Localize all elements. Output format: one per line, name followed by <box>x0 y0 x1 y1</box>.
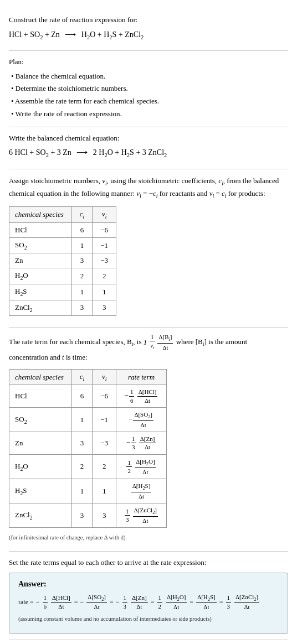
answer-label: Answer: <box>18 580 279 589</box>
rate-equation: rate = − 16 Δ[HCl]Δt = − Δ[SO2]Δt = − 13… <box>18 593 279 611</box>
unbalanced-equation: HCl + SO2 + Zn ⟶ H2O + H2S + ZnCl2 <box>9 29 288 42</box>
stoich-section: Assign stoichiometric numbers, νi, using… <box>9 169 288 328</box>
rt-col-ci: ci <box>71 369 93 385</box>
table-row: ZnCl2 3 3 13 Δ[ZnCl2]Δt <box>9 503 167 528</box>
answer-note: (assuming constant volume and no accumul… <box>18 615 279 624</box>
stoich-col-species: chemical species <box>9 207 72 223</box>
plan-item-3: • Assemble the rate term for each chemic… <box>11 96 288 107</box>
plan-item-4: • Write the rate of reaction expression. <box>11 108 288 120</box>
table-row: H2S 1 1 Δ[H2S]Δt <box>9 479 167 503</box>
stoich-intro: Assign stoichiometric numbers, νi, using… <box>9 175 288 201</box>
header-title: Construct the rate of reaction expressio… <box>9 14 288 25</box>
table-row: Zn 3 −3 −13 Δ[Zn]Δt <box>9 432 167 455</box>
species-hcl: HCl <box>9 222 72 237</box>
set-equal-intro: Set the rate terms equal to each other t… <box>9 557 288 568</box>
table-row: SO2 1 −1 −Δ[SO2]Δt <box>9 407 167 432</box>
table-row: HCl 6 −6 −16 Δ[HCl]Δt <box>9 385 167 408</box>
stoich-col-vi: νi <box>93 207 116 223</box>
plan-item-1: • Balance the chemical equation. <box>11 71 288 82</box>
infinitesimal-note: (for infinitesimal rate of change, repla… <box>9 533 288 542</box>
answer-box: Answer: rate = − 16 Δ[HCl]Δt = − Δ[SO2]Δ… <box>9 573 288 634</box>
plan-section: Plan: • Balance the chemical equation. •… <box>9 51 288 127</box>
species-h2o: H2O <box>9 268 72 284</box>
table-row: SO2 1 −1 <box>9 237 116 253</box>
rt-col-species: chemical species <box>9 369 72 385</box>
rate-expression-section: Set the rate terms equal to each other t… <box>9 552 288 640</box>
table-row: H2S 1 1 <box>9 284 116 300</box>
table-row: HCl 6 −6 <box>9 222 116 237</box>
rate-term-table: chemical species ci νi rate term HCl 6 −… <box>9 369 167 528</box>
balanced-section: Write the balanced chemical equation: 6 … <box>9 127 288 169</box>
rate-term-intro: The rate term for each chemical species,… <box>9 333 288 363</box>
balanced-equation: 6 HCl + SO2 + 3 Zn ⟶ 2 H2O + H2S + 3 ZnC… <box>9 147 288 160</box>
plan-label: Plan: <box>9 56 288 67</box>
stoich-table: chemical species ci νi HCl 6 −6 SO2 1 −1… <box>9 206 116 316</box>
stoich-col-ci: ci <box>71 207 93 223</box>
species-h2s: H2S <box>9 284 72 300</box>
header-section: Construct the rate of reaction expressio… <box>9 9 288 51</box>
table-row: H2O 2 2 <box>9 268 116 284</box>
table-row: ZnCl2 3 3 <box>9 300 116 316</box>
rt-col-vi: νi <box>93 369 116 385</box>
species-so2: SO2 <box>9 237 72 253</box>
species-zn: Zn <box>9 253 72 268</box>
table-row: H2O 2 2 12 Δ[H2O]Δt <box>9 454 167 479</box>
balanced-label: Write the balanced chemical equation: <box>9 133 288 144</box>
table-row: Zn 3 −3 <box>9 253 116 268</box>
plan-item-2: • Determine the stoichiometric numbers. <box>11 83 288 95</box>
rt-col-rateterm: rate term <box>116 369 167 385</box>
rate-term-section: The rate term for each chemical species,… <box>9 328 288 552</box>
plan-list: • Balance the chemical equation. • Deter… <box>9 71 288 120</box>
species-zncl2: ZnCl2 <box>9 300 72 316</box>
